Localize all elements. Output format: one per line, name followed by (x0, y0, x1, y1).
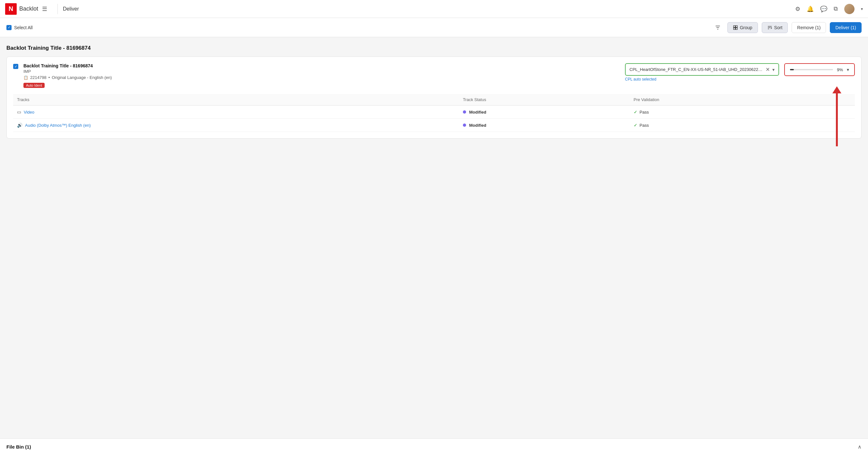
video-pass-check: ✓ (634, 110, 637, 115)
nav-right-icons: ⚙ 🔔 💬 ⧉ ▾ (795, 4, 863, 14)
section-title: Backlot Training Title - 81696874 (6, 45, 862, 51)
cpl-dropdown[interactable]: CPL_HeartOfStone_FTR_C_EN-XX-US-NR_51-IA… (625, 63, 779, 76)
auto-ident-badge: Auto Ident (24, 83, 44, 88)
audio-track-link[interactable]: 🔊 Audio (Dolby Atmos™) English (en) (17, 123, 455, 128)
calendar-icon: 📋 (24, 75, 28, 80)
card-meta-language: Original Language - English (en) (52, 75, 112, 80)
progress-container: 9% ▾ (784, 63, 855, 76)
arrow-line (836, 93, 838, 146)
audio-pass-check: ✓ (634, 123, 637, 128)
avatar-chevron[interactable]: ▾ (861, 7, 863, 11)
avatar-image (844, 4, 855, 14)
cpl-chevron-icon[interactable]: ▾ (772, 67, 775, 72)
card-meta-separator: • (49, 75, 50, 80)
audio-status-cell: Modified (459, 119, 630, 132)
card-title: Backlot Training Title - 81696874 (24, 63, 620, 68)
col-tracks: Tracks (13, 94, 459, 105)
video-status-cell: Modified (459, 105, 630, 119)
delivery-card: ✓ Backlot Training Title - 81696874 IMP … (6, 57, 862, 139)
page-title: Deliver (63, 6, 79, 12)
video-status-text: Modified (469, 110, 486, 115)
card-checkbox[interactable]: ✓ (13, 64, 18, 69)
cpl-section: CPL_HeartOfStone_FTR_C_EN-XX-US-NR_51-IA… (625, 63, 779, 82)
card-subtitle: IMP (24, 69, 620, 74)
top-nav: N Backlot ☰ Deliver ⚙ 🔔 💬 ⧉ ▾ (0, 0, 868, 18)
main-content: Backlot Training Title - 81696874 ✓ Back… (0, 37, 868, 146)
video-status-dot (463, 110, 466, 113)
select-all-checkbox[interactable]: ✓ (6, 25, 11, 30)
select-all-label: Select All (14, 25, 33, 30)
avatar[interactable] (844, 4, 855, 14)
deliver-button[interactable]: Deliver (1) (830, 22, 862, 33)
card-meta-id: 2214798 (30, 75, 46, 80)
video-track-link[interactable]: ▭ Video (17, 109, 455, 115)
remove-button[interactable]: Remove (1) (792, 22, 826, 33)
group-label: Group (740, 25, 752, 30)
chat-icon[interactable]: 💬 (820, 5, 827, 12)
track-cell-audio: 🔊 Audio (Dolby Atmos™) English (en) (13, 119, 459, 132)
progress-area: 9% ▾ (784, 63, 855, 76)
progress-chevron-icon[interactable]: ▾ (847, 67, 849, 72)
app-name: Backlot (19, 5, 38, 12)
tracks-table-body: ▭ Video Modified ✓ Pass (13, 105, 855, 132)
nav-logo: N Backlot (5, 3, 38, 15)
sort-label: Sort (774, 25, 783, 30)
video-track-name: Video (24, 110, 34, 115)
select-all-check[interactable]: ✓ Select All (6, 25, 33, 30)
cpl-hint: CPL auto selected (625, 77, 779, 82)
col-validation: Pre Validation (630, 94, 813, 105)
card-meta: 📋 2214798 • Original Language - English … (24, 75, 620, 80)
remove-label: Remove (1) (797, 25, 820, 30)
progress-pct: 9% (837, 67, 843, 72)
arrow-head (832, 86, 841, 93)
svg-rect-3 (734, 26, 735, 27)
video-validation-text: Pass (640, 110, 649, 115)
progress-fill (790, 69, 794, 70)
video-icon: ▭ (17, 109, 21, 115)
audio-status-dot (463, 124, 466, 127)
sort-button[interactable]: Sort (762, 22, 788, 33)
audio-status-text: Modified (469, 123, 486, 128)
cpl-clear-icon[interactable]: ✕ (766, 66, 770, 72)
filter-icon[interactable] (712, 22, 723, 33)
external-link-icon[interactable]: ⧉ (834, 5, 838, 12)
video-validation-cell: ✓ Pass (630, 105, 813, 119)
tracks-table-head: Tracks Track Status Pre Validation (13, 94, 855, 105)
track-cell-video: ▭ Video (13, 105, 459, 119)
tracks-table: Tracks Track Status Pre Validation ▭ Vid… (13, 94, 855, 132)
settings-icon[interactable]: ⚙ (795, 5, 800, 12)
progress-track (790, 69, 833, 70)
hamburger-icon[interactable]: ☰ (42, 5, 47, 12)
tracks-header-row: Tracks Track Status Pre Validation (13, 94, 855, 105)
audio-validation-text: Pass (640, 123, 649, 128)
table-row: ▭ Video Modified ✓ Pass (13, 105, 855, 119)
svg-rect-4 (736, 26, 737, 27)
netflix-logo: N (5, 3, 17, 15)
card-info: Backlot Training Title - 81696874 IMP 📋 … (24, 63, 620, 88)
card-header: ✓ Backlot Training Title - 81696874 IMP … (13, 63, 855, 88)
deliver-label: Deliver (1) (835, 25, 856, 30)
group-button[interactable]: Group (727, 22, 758, 33)
svg-rect-6 (736, 28, 737, 29)
col-status: Track Status (459, 94, 630, 105)
cpl-value: CPL_HeartOfStone_FTR_C_EN-XX-US-NR_51-IA… (629, 67, 763, 72)
red-arrow-annotation (832, 86, 841, 146)
audio-track-name: Audio (Dolby Atmos™) English (en) (25, 123, 91, 128)
bell-icon[interactable]: 🔔 (807, 5, 814, 12)
svg-rect-5 (734, 28, 735, 29)
audio-validation-cell: ✓ Pass (630, 119, 813, 132)
toolbar: ✓ Select All Group Sort Remove (1) Deliv… (0, 18, 868, 37)
audio-icon: 🔊 (17, 123, 23, 128)
table-row: 🔊 Audio (Dolby Atmos™) English (en) Modi… (13, 119, 855, 132)
